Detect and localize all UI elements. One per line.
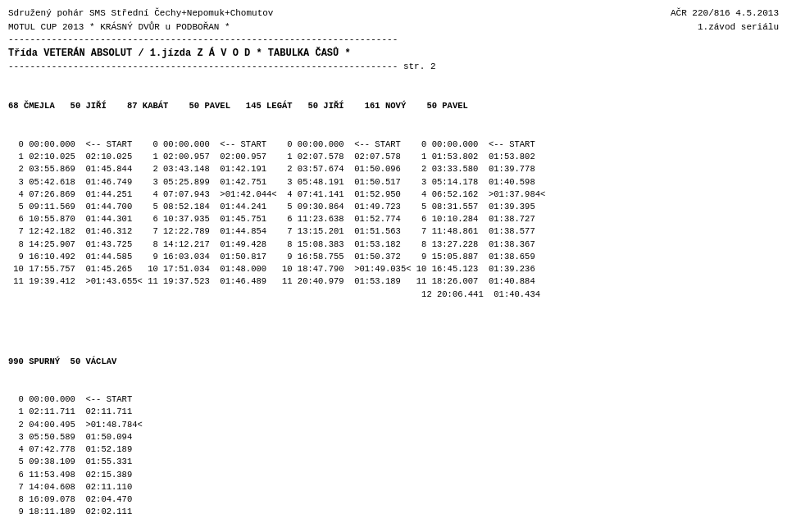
race-row: 7 12:42.182 01:46.312 7 12:22.789 01:44.… — [8, 225, 779, 238]
race2-columns: 990 SPURNÝ 50 VÁCLAV — [8, 356, 779, 368]
race-columns: 68 ČMEJLA 50 JIŘÍ 87 KABÁT 50 PAVEL 145 … — [8, 100, 779, 112]
race2-row: 9 18:11.189 02:02.111 — [8, 506, 779, 518]
header-line1-left: Sdružený pohár SMS Střední Čechy+Nepomuk… — [8, 7, 273, 20]
race-row: 11 19:39.412 >01:43.655< 11 19:37.523 01… — [8, 275, 779, 288]
race2-row: 2 04:00.495 >01:48.784< — [8, 419, 779, 431]
race-row: 6 10:55.870 01:44.301 6 10:37.935 01:45.… — [8, 213, 779, 225]
race-row: 5 09:11.569 01:44.700 5 08:52.184 01:44.… — [8, 201, 779, 213]
race2-row: 7 14:04.608 02:11.110 — [8, 481, 779, 493]
race-section2: 990 SPURNÝ 50 VÁCLAV 0 00:00.000 <-- STA… — [8, 330, 779, 532]
race2-rows: 0 00:00.000 <-- START 1 02:11.711 02:11.… — [8, 393, 779, 518]
race-row: 10 17:55.757 01:45.265 10 17:51.034 01:4… — [8, 263, 779, 275]
race-rows: 0 00:00.000 <-- START 0 00:00.000 <-- ST… — [8, 139, 779, 301]
race2-row: 5 09:38.109 01:55.331 — [8, 456, 779, 468]
race2-row: 1 02:11.711 02:11.711 — [8, 406, 779, 418]
header-line2-left: MOTUL CUP 2013 * KRÁSNÝ DVŮR u PODBOŘAN … — [8, 20, 230, 34]
race-row: 8 14:25.907 01:43.725 8 14:12.217 01:49.… — [8, 239, 779, 251]
race2-row: 6 11:53.498 02:15.389 — [8, 469, 779, 481]
header-line1-right: AČR 220/816 4.5.2013 — [671, 7, 779, 20]
race-row: 9 16:10.492 01:44.585 9 16:03.034 01:50.… — [8, 251, 779, 263]
separator1: ----------------------------------------… — [8, 34, 779, 46]
race2-row: 4 07:42.778 01:52.189 — [8, 443, 779, 456]
race2-row: 0 00:00.000 <-- START — [8, 393, 779, 406]
header-line2-right: 1.závod seriálu — [698, 20, 779, 34]
page-container: Sdružený pohár SMS Střední Čechy+Nepomuk… — [8, 7, 779, 532]
separator2: ----------------------------------------… — [8, 61, 779, 73]
race-row: 0 00:00.000 <-- START 0 00:00.000 <-- ST… — [8, 139, 779, 151]
race2-row: 3 05:50.589 01:50.094 — [8, 431, 779, 443]
race2-row: 8 16:09.078 02:04.470 — [8, 493, 779, 506]
header-section: Sdružený pohár SMS Střední Čechy+Nepomuk… — [8, 7, 779, 74]
section-title: Třída VETERÁN ABSOLUT / 1.jízda Z Á V O … — [8, 48, 779, 59]
race-row: 2 03:55.869 01:45.844 2 03:43.148 01:42.… — [8, 163, 779, 175]
race-row: 3 05:42.618 01:46.749 3 05:25.899 01:42.… — [8, 176, 779, 189]
race-section: 68 ČMEJLA 50 JIŘÍ 87 KABÁT 50 PAVEL 145 … — [8, 75, 779, 325]
race-row: 12 20:06.441 01:40.434 — [8, 289, 779, 301]
race-row: 4 07:26.869 01:44.251 4 07:07.943 >01:42… — [8, 189, 779, 201]
race-row: 1 02:10.025 02:10.025 1 02:00.957 02:00.… — [8, 151, 779, 163]
